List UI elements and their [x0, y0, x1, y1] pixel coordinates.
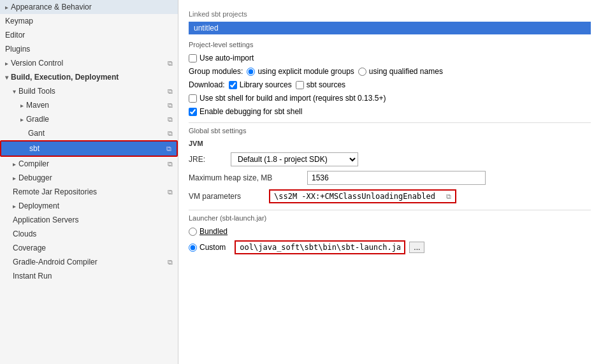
bundled-label[interactable]: Bundled	[189, 227, 228, 236]
sidebar-item-label: Debugger	[18, 173, 52, 182]
sidebar-item-gant[interactable]: Gant ⧉	[0, 126, 178, 140]
sidebar-item-label: Clouds	[13, 229, 36, 238]
custom-row: Custom ...	[189, 240, 591, 254]
sidebar-item-label: Coverage	[13, 244, 46, 252]
sidebar-item-label: Gant	[28, 129, 45, 138]
bundled-row: Bundled	[189, 227, 591, 236]
copy-icon: ⧉	[168, 115, 173, 124]
copy-icon: ⧉	[168, 59, 173, 68]
custom-path-input[interactable]	[237, 242, 403, 252]
use-sbt-shell-row: Use sbt shell for build and import (requ…	[189, 94, 591, 103]
expand-arrow-icon: ▸	[13, 161, 16, 168]
copy-icon: ⧉	[168, 101, 173, 110]
project-level-label: Project-level settings	[189, 41, 591, 48]
linked-project-item[interactable]: untitled	[189, 22, 591, 34]
sidebar-item-gradle-android[interactable]: Gradle-Android Compiler ⧉	[0, 255, 178, 269]
sidebar-item-label: Build, Execution, Deployment	[11, 73, 119, 82]
bundled-radio[interactable]	[189, 228, 197, 236]
enable-debugging-label[interactable]: Enable debugging for sbt shell	[189, 107, 302, 116]
browse-button[interactable]: ...	[409, 242, 424, 253]
expand-arrow-icon: ▾	[13, 88, 16, 95]
sidebar-item-keymap[interactable]: Keymap	[0, 14, 178, 28]
sidebar-item-label: Version Control	[11, 59, 63, 68]
custom-path-container	[235, 240, 405, 254]
expand-arrow-icon: ▾	[5, 74, 8, 81]
linked-project-name: untitled	[194, 24, 219, 33]
sidebar-item-compiler[interactable]: ▸ Compiler ⧉	[0, 157, 178, 171]
copy-icon: ⧉	[168, 87, 173, 96]
sidebar-item-label: Appearance & Behavior	[11, 3, 92, 11]
sidebar-item-version-control[interactable]: ▸ Version Control ⧉	[0, 56, 178, 70]
sidebar-item-coverage[interactable]: Coverage	[0, 241, 178, 255]
vm-params-icon: ⧉	[444, 193, 454, 201]
sidebar-item-label: Deployment	[18, 201, 59, 210]
sbt-sources-label[interactable]: sbt sources	[296, 80, 345, 89]
copy-icon: ⧉	[168, 188, 173, 196]
vm-params-input[interactable]	[272, 191, 444, 201]
sidebar-item-label: Keymap	[5, 17, 33, 25]
copy-icon: ⧉	[168, 129, 173, 138]
sidebar-item-build-tools[interactable]: ▾ Build Tools ⧉	[0, 84, 178, 98]
library-sources-checkbox[interactable]	[229, 81, 237, 89]
download-label: Download:	[189, 80, 225, 89]
main-content: Linked sbt projects untitled Project-lev…	[178, 0, 601, 364]
sidebar-item-label: Compiler	[18, 159, 49, 168]
sidebar-item-debugger[interactable]: ▸ Debugger	[0, 171, 178, 185]
sidebar-item-label: Maven	[26, 101, 49, 110]
group-modules-row: Group modules: using explicit module gro…	[189, 67, 591, 76]
custom-label[interactable]: Custom	[189, 243, 226, 252]
enable-debugging-checkbox[interactable]	[189, 108, 197, 116]
sidebar-item-sbt[interactable]: sbt ⧉	[0, 140, 178, 157]
sidebar-item-label: Gradle-Android Compiler	[13, 258, 98, 266]
use-sbt-shell-label[interactable]: Use sbt shell for build and import (requ…	[189, 94, 386, 103]
use-auto-import-row: Use auto-import	[189, 54, 591, 62]
sidebar-item-clouds[interactable]: Clouds	[0, 227, 178, 241]
vm-params-label: VM parameters	[189, 192, 265, 201]
sidebar-item-label: Build Tools	[18, 87, 55, 96]
expand-arrow-icon: ▸	[20, 102, 24, 109]
sidebar-item-label: Remote Jar Repositories	[13, 187, 97, 196]
sidebar-item-label: sbt	[29, 144, 40, 153]
using-explicit-label[interactable]: using explicit module groups	[247, 67, 354, 76]
library-sources-label[interactable]: Library sources	[229, 80, 292, 89]
jvm-label: JVM	[189, 140, 591, 147]
use-auto-import-label[interactable]: Use auto-import	[189, 54, 254, 62]
sidebar-item-build-execution[interactable]: ▾ Build, Execution, Deployment	[0, 70, 178, 84]
copy-icon: ⧉	[168, 160, 173, 168]
max-heap-input[interactable]	[307, 171, 486, 185]
sidebar-item-plugins[interactable]: Plugins	[0, 42, 178, 56]
sidebar-item-gradle[interactable]: ▸ Gradle ⧉	[0, 112, 178, 126]
using-explicit-radio[interactable]	[247, 68, 255, 76]
sidebar-item-label: Instant Run	[13, 272, 52, 280]
sidebar-item-label: Plugins	[5, 45, 30, 54]
download-row: Download: Library sources sbt sources	[189, 80, 591, 89]
sidebar-item-deployment[interactable]: ▸ Deployment	[0, 199, 178, 213]
max-heap-row: Maximum heap size, MB	[189, 171, 591, 185]
custom-radio[interactable]	[189, 244, 197, 252]
using-qualified-label[interactable]: using qualified names	[358, 67, 443, 76]
global-sbt-label: Global sbt settings	[189, 122, 591, 135]
sidebar-item-label: Gradle	[26, 115, 49, 124]
sidebar-item-maven[interactable]: ▸ Maven ⧉	[0, 98, 178, 112]
max-heap-label: Maximum heap size, MB	[189, 173, 303, 182]
sidebar-item-editor[interactable]: Editor	[0, 28, 178, 42]
sidebar-item-instant-run[interactable]: Instant Run	[0, 269, 178, 283]
jre-select[interactable]: Default (1.8 - project SDK)	[231, 152, 358, 166]
vm-params-row: VM parameters ⧉	[189, 189, 591, 203]
sidebar-item-label: Editor	[5, 31, 25, 40]
sidebar-item-remote-jar[interactable]: Remote Jar Repositories ⧉	[0, 185, 178, 199]
sidebar: ▸ Appearance & Behavior Keymap Editor Pl…	[0, 0, 178, 364]
sbt-sources-checkbox[interactable]	[296, 81, 304, 89]
use-sbt-shell-checkbox[interactable]	[189, 94, 197, 103]
jre-row: JRE: Default (1.8 - project SDK)	[189, 152, 591, 166]
launcher-label: Launcher (sbt-launch.jar)	[189, 210, 591, 222]
expand-arrow-icon: ▸	[13, 175, 16, 182]
using-qualified-radio[interactable]	[358, 68, 366, 76]
expand-arrow-icon: ▸	[13, 203, 16, 210]
jre-label: JRE:	[189, 155, 227, 164]
copy-icon: ⧉	[168, 258, 173, 266]
sidebar-item-application-servers[interactable]: Application Servers	[0, 213, 178, 227]
use-auto-import-checkbox[interactable]	[189, 54, 197, 62]
linked-projects-label: Linked sbt projects	[189, 10, 591, 18]
sidebar-item-appearance[interactable]: ▸ Appearance & Behavior	[0, 0, 178, 14]
